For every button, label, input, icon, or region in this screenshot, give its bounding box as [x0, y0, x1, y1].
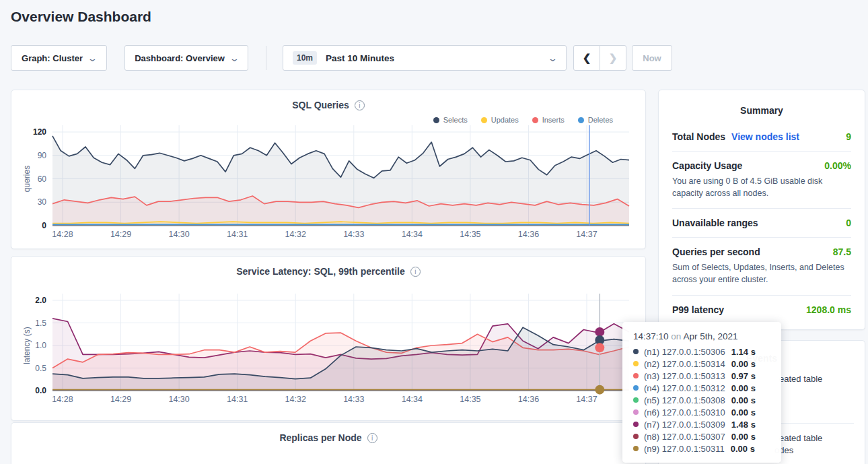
- now-button[interactable]: Now: [632, 45, 672, 71]
- tooltip-node-row: (n4) 127.0.0.1:503120.00 s: [632, 382, 772, 394]
- sql-queries-chart-plot[interactable]: 14:2814:2914:3014:3114:3214:3314:3414:35…: [11, 90, 645, 248]
- svg-text:14:35: 14:35: [460, 395, 480, 404]
- tooltip-node-value: 0.00 s: [731, 395, 756, 405]
- tooltip-node-row: (n2) 127.0.0.1:503140.00 s: [632, 358, 772, 370]
- tooltip-node-address: (n3) 127.0.0.1:50313: [644, 371, 725, 381]
- chevron-left-icon: ❮: [583, 52, 591, 64]
- svg-text:14:37: 14:37: [576, 395, 597, 404]
- service-latency-chart-card: Service Latency: SQL, 99th percentile i …: [11, 256, 646, 421]
- tooltip-node-row: (n9) 127.0.0.1:503110.00 s: [632, 442, 772, 455]
- svg-text:14:31: 14:31: [227, 395, 248, 404]
- tooltip-date: Apr 5th, 2021: [683, 331, 737, 341]
- unavailable-ranges-label: Unavailable ranges: [672, 218, 758, 228]
- replicas-title-row: Replicas per Node i: [11, 432, 645, 443]
- time-range-dropdown[interactable]: 10m Past 10 Minutes ⌄: [283, 45, 567, 71]
- svg-text:14:30: 14:30: [168, 230, 189, 239]
- svg-text:14:33: 14:33: [343, 395, 364, 404]
- tooltip-node-address: (n5) 127.0.0.1:50308: [644, 395, 725, 405]
- event-item: eated table: [779, 432, 822, 444]
- svg-text:14:28: 14:28: [52, 395, 73, 404]
- service-latency-chart-plot[interactable]: 14:2814:2914:3014:3114:3214:3314:3414:35…: [11, 257, 645, 420]
- node-color-dot-icon: [633, 361, 639, 366]
- unavailable-ranges-section: Unavailable ranges 0: [672, 209, 851, 238]
- node-color-dot-icon: [633, 446, 639, 451]
- svg-text:120: 120: [33, 127, 46, 137]
- tooltip-node-row: (n5) 127.0.0.1:503080.00 s: [632, 394, 772, 406]
- now-button-label: Now: [643, 53, 661, 63]
- chevron-down-icon: ⌄: [87, 53, 98, 63]
- svg-text:30: 30: [38, 197, 47, 207]
- svg-text:1.5: 1.5: [35, 319, 46, 328]
- dashboard-dropdown-label: Dashboard: Overview: [135, 53, 225, 63]
- svg-text:14:34: 14:34: [402, 230, 423, 239]
- svg-text:14:37: 14:37: [576, 230, 597, 239]
- tooltip-node-value: 1.48 s: [731, 420, 756, 430]
- queries-per-second-section: Queries per second 87.5 Sum of Selects, …: [672, 238, 851, 295]
- svg-text:90: 90: [38, 151, 47, 160]
- tooltip-on-word: on: [671, 331, 681, 341]
- svg-text:14:36: 14:36: [518, 230, 539, 239]
- node-color-dot-icon: [633, 422, 639, 427]
- capacity-usage-section: Capacity Usage 0.00% You are using 0 B o…: [672, 152, 851, 209]
- total-nodes-section: Total Nodes View nodes list 9: [672, 123, 851, 152]
- tooltip-node-value: 0.97 s: [731, 371, 756, 381]
- svg-text:14:28: 14:28: [52, 230, 73, 239]
- svg-text:60: 60: [38, 174, 47, 184]
- replicas-per-node-chart-card: Replicas per Node i: [11, 422, 646, 464]
- page-title: Overview Dashboard: [11, 9, 151, 25]
- time-range-label: Past 10 Minutes: [326, 53, 394, 63]
- queries-per-second-value: 87.5: [833, 246, 851, 257]
- summary-title: Summary: [672, 105, 851, 116]
- svg-text:14:30: 14:30: [168, 395, 189, 404]
- node-color-dot-icon: [633, 349, 639, 354]
- chevron-down-icon: ⌄: [229, 53, 240, 63]
- next-range-button[interactable]: ❯: [600, 45, 626, 71]
- tooltip-rows: (n1) 127.0.0.1:503061.14 s(n2) 127.0.0.1…: [632, 345, 772, 455]
- svg-text:14:35: 14:35: [460, 230, 480, 239]
- tooltip-node-address: (n1) 127.0.0.1:50306: [644, 347, 725, 357]
- tooltip-node-address: (n8) 127.0.0.1:50307: [644, 432, 725, 442]
- svg-text:14:29: 14:29: [110, 230, 131, 239]
- node-color-dot-icon: [633, 397, 639, 403]
- chart-hover-tooltip: 14:37:10 on Apr 5th, 2021 (n1) 127.0.0.1…: [622, 322, 781, 463]
- event-item: eated table: [779, 373, 822, 385]
- dashboard-dropdown[interactable]: Dashboard: Overview ⌄: [124, 45, 248, 71]
- tooltip-node-value: 0.00 s: [731, 432, 756, 442]
- capacity-usage-description: You are using 0 B of 4.5 GiB usable disk…: [672, 175, 851, 199]
- svg-text:queries: queries: [22, 166, 32, 192]
- tooltip-node-value: 1.14 s: [731, 347, 756, 357]
- unavailable-ranges-value: 0: [846, 218, 851, 228]
- svg-text:14:34: 14:34: [402, 395, 423, 404]
- svg-text:14:33: 14:33: [343, 230, 364, 239]
- graph-dropdown[interactable]: Graph: Cluster ⌄: [11, 45, 107, 71]
- prev-range-button[interactable]: ❮: [573, 45, 600, 71]
- view-nodes-list-link[interactable]: View nodes list: [731, 131, 799, 142]
- tooltip-node-address: (n6) 127.0.0.1:50310: [644, 407, 725, 418]
- info-icon[interactable]: i: [367, 433, 377, 443]
- capacity-usage-label: Capacity Usage: [672, 160, 742, 171]
- queries-per-second-description: Sum of Selects, Updates, Inserts, and De…: [672, 261, 851, 286]
- total-nodes-value: 9: [846, 131, 851, 142]
- svg-text:0.0: 0.0: [35, 386, 46, 395]
- replicas-chart-title: Replicas per Node: [279, 432, 361, 443]
- tooltip-node-address: (n4) 127.0.0.1:50312: [644, 383, 725, 393]
- p99-latency-value: 1208.0 ms: [806, 304, 851, 315]
- overview-dashboard-page: Overview Dashboard Graph: Cluster ⌄ Dash…: [0, 0, 868, 464]
- tooltip-node-value: 0.00 s: [731, 359, 756, 369]
- graph-dropdown-label: Graph: Cluster: [22, 53, 83, 63]
- svg-text:14:31: 14:31: [227, 230, 248, 239]
- chevron-right-icon: ❯: [609, 52, 618, 64]
- capacity-usage-value: 0.00%: [824, 160, 851, 171]
- tooltip-node-value: 0.00 s: [731, 383, 756, 393]
- tooltip-node-address: (n2) 127.0.0.1:50314: [644, 359, 725, 369]
- tooltip-node-address: (n9) 127.0.0.1:50311: [644, 444, 725, 454]
- svg-text:latency (s): latency (s): [22, 327, 32, 364]
- tooltip-node-row: (n7) 127.0.0.1:503091.48 s: [632, 418, 772, 430]
- node-color-dot-icon: [633, 385, 639, 391]
- p99-latency-label: P99 latency: [672, 304, 724, 315]
- chevron-down-icon: ⌄: [548, 53, 558, 63]
- tooltip-node-row: (n1) 127.0.0.1:503061.14 s: [632, 345, 772, 358]
- controls-bar: Graph: Cluster ⌄ Dashboard: Overview ⌄ 1…: [0, 45, 868, 71]
- tooltip-node-row: (n8) 127.0.0.1:503070.00 s: [632, 430, 772, 442]
- total-nodes-label: Total Nodes: [672, 131, 725, 142]
